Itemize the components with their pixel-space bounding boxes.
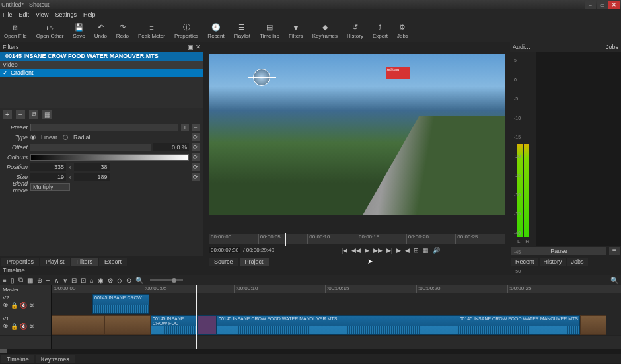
- clip-v1a[interactable]: 00145 INSANE CROW FOO: [151, 315, 197, 335]
- tl-zoom-fit-button[interactable]: 🔍: [610, 277, 618, 284]
- clip-v1b[interactable]: 00145 INSANE CROW FOOD WATER MANOUVER.MT…: [217, 315, 580, 335]
- type-reset-button[interactable]: ⟳: [192, 133, 200, 141]
- size-y[interactable]: 189: [74, 173, 110, 181]
- timeline-scrollbar[interactable]: [0, 349, 621, 354]
- in-point-button[interactable]: ▶: [396, 247, 401, 254]
- blend-combo[interactable]: Multiply: [30, 183, 70, 191]
- tl-zoom-out-button[interactable]: ⊙: [126, 277, 131, 284]
- position-y[interactable]: 38: [74, 163, 110, 171]
- tab-project[interactable]: Project: [240, 258, 269, 266]
- tl-zoom-slider[interactable]: [150, 279, 183, 281]
- size-x[interactable]: 19: [30, 173, 66, 181]
- tool-timeline[interactable]: ▤Timeline: [260, 23, 279, 39]
- colours-gradient[interactable]: [30, 154, 189, 161]
- tab-playlist[interactable]: Playlist: [40, 258, 70, 266]
- copy-filter-button[interactable]: ⧉: [29, 110, 38, 119]
- v1-mute-icon[interactable]: 🔇: [20, 323, 27, 330]
- pause-button[interactable]: Pause: [511, 247, 606, 255]
- tool-open-file[interactable]: 🗎Open File: [4, 23, 27, 39]
- track-v1-lane[interactable]: 00145 INSANE CROW FOO 00145 INSANE CROW …: [52, 314, 621, 336]
- tool-history[interactable]: ↺History: [347, 23, 363, 39]
- remove-filter-button[interactable]: −: [16, 110, 25, 119]
- current-time[interactable]: 00:00:07:38: [209, 247, 240, 253]
- track-v2-lane[interactable]: 00145 INSANE CROW: [52, 293, 621, 314]
- size-reset-button[interactable]: ⟳: [192, 173, 200, 181]
- tool-playlist[interactable]: ☰Playlist: [234, 23, 250, 39]
- tl-cut-button[interactable]: ▯: [11, 277, 15, 284]
- tab-export[interactable]: Export: [99, 258, 127, 266]
- add-filter-button[interactable]: +: [3, 110, 12, 119]
- v1-wave-icon[interactable]: ≋: [29, 323, 34, 330]
- filter-item-gradient[interactable]: ✓ Gradient: [0, 69, 203, 77]
- v1-eye-icon[interactable]: 👁: [3, 323, 9, 330]
- timeline-body[interactable]: :00:00:00:00:00:05 :00:00:10:00:00:15 :0…: [52, 285, 621, 349]
- skip-end-button[interactable]: ▶|: [386, 247, 392, 254]
- preset-add-button[interactable]: +: [181, 124, 189, 131]
- video-preview[interactable]: Achtung: [209, 54, 505, 215]
- v2-eye-icon[interactable]: 👁: [3, 302, 9, 309]
- tool-jobs[interactable]: ⚙Jobs: [397, 23, 408, 39]
- track-v2-header[interactable]: V2 👁 🔒 🔇 ≋: [0, 293, 51, 314]
- clip-title-bar[interactable]: 00145 INSANE CROW FOOD WATER MANOUVER.MT…: [0, 52, 203, 61]
- maximize-button[interactable]: ▭: [597, 1, 608, 9]
- tab-source[interactable]: Source: [209, 258, 238, 266]
- skip-next-button[interactable]: ▶▶: [373, 247, 383, 254]
- tool-redo[interactable]: ↷Redo: [116, 23, 129, 39]
- paste-filter-button[interactable]: ▦: [42, 110, 52, 119]
- tab-jobs[interactable]: Jobs: [567, 258, 588, 266]
- grid-button[interactable]: ▦: [423, 247, 429, 254]
- zoom-fit-button[interactable]: ⊞: [414, 247, 419, 254]
- tl-ripple-button[interactable]: ◉: [98, 277, 104, 284]
- menu-edit[interactable]: Edit: [19, 11, 30, 18]
- tab-timeline[interactable]: Timeline: [1, 355, 34, 363]
- skip-start-button[interactable]: |◀: [342, 247, 347, 254]
- offset-reset-button[interactable]: ⟳: [192, 143, 200, 151]
- tl-ripple-markers-button[interactable]: ◇: [117, 277, 122, 284]
- tl-scrub-button[interactable]: ⌂: [90, 277, 94, 284]
- tool-properties[interactable]: ⓘProperties: [174, 23, 198, 39]
- tab-keyframes[interactable]: Keyframes: [36, 355, 75, 363]
- offset-slider[interactable]: [30, 144, 151, 151]
- tl-lift-button[interactable]: ∧: [54, 277, 59, 284]
- tool-save[interactable]: 💾Save: [73, 23, 85, 39]
- tl-split-button[interactable]: ⊟: [71, 277, 77, 284]
- tool-undo[interactable]: ↶Undo: [94, 23, 107, 39]
- tl-menu-button[interactable]: ≡: [3, 277, 7, 284]
- preset-remove-button[interactable]: −: [192, 124, 200, 131]
- tab-properties[interactable]: Properties: [1, 258, 39, 266]
- tool-recent[interactable]: 🕘Recent: [207, 23, 224, 39]
- skip-prev-button[interactable]: ◀◀: [351, 247, 361, 254]
- clip-transition[interactable]: [197, 315, 217, 335]
- panel-dock-icon[interactable]: ▣ ✕: [188, 44, 201, 50]
- v2-wave-icon[interactable]: ≋: [29, 302, 34, 309]
- tab-filters[interactable]: Filters: [71, 258, 98, 266]
- tool-open-other[interactable]: 🗁Open Other: [36, 23, 64, 39]
- tl-zoom-icon[interactable]: 🔍: [135, 277, 143, 284]
- jobs-tab-label[interactable]: Jobs: [606, 44, 618, 50]
- tool-filters[interactable]: ▼Filters: [289, 23, 303, 39]
- tl-ripple-all-button[interactable]: ⊗: [108, 277, 113, 284]
- radio-radial[interactable]: [63, 135, 68, 140]
- track-v1-header[interactable]: V1 👁 🔒 🔇 ≋: [0, 314, 51, 336]
- tab-history[interactable]: History: [540, 258, 566, 266]
- menu-help[interactable]: Help: [83, 11, 96, 18]
- radio-linear[interactable]: [30, 135, 36, 140]
- v1-lock-icon[interactable]: 🔒: [11, 323, 18, 330]
- preview-playhead[interactable]: [285, 233, 286, 246]
- tl-copy-button[interactable]: ⧉: [18, 276, 23, 284]
- audio-tab-label[interactable]: Audi…: [513, 44, 530, 50]
- clip-v1-thumb2[interactable]: [104, 315, 151, 335]
- menu-view[interactable]: View: [36, 11, 48, 18]
- tl-append-button[interactable]: ⊕: [37, 277, 42, 284]
- clip-v1-thumb[interactable]: [52, 315, 104, 335]
- tool-keyframes[interactable]: ◆Keyframes: [312, 23, 338, 39]
- volume-button[interactable]: 🔊: [433, 247, 440, 254]
- tl-snap-button[interactable]: ⊡: [81, 277, 86, 284]
- minimize-button[interactable]: –: [585, 1, 596, 9]
- tl-paste-button[interactable]: ▦: [27, 277, 33, 284]
- timeline-ruler[interactable]: :00:00:00:00:00:05 :00:00:10:00:00:15 :0…: [52, 285, 621, 293]
- v2-mute-icon[interactable]: 🔇: [20, 302, 27, 309]
- tl-delete-button[interactable]: −: [46, 277, 50, 284]
- play-button[interactable]: ▶: [365, 247, 369, 254]
- v2-lock-icon[interactable]: 🔒: [11, 302, 18, 309]
